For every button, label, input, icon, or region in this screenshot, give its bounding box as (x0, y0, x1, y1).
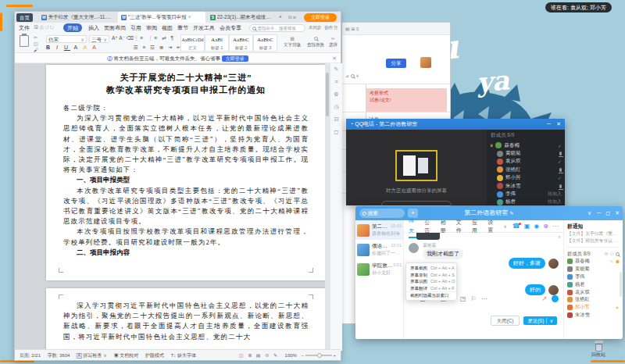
menu-item-hide-window[interactable]: 截图时隐藏当前窗口 (406, 291, 456, 298)
avatar[interactable] (548, 259, 559, 269)
member-row[interactable]: 袁从双 (567, 288, 620, 296)
outgoing-message-bubble[interactable]: 好好，多谢 (509, 258, 545, 269)
document-page-2[interactable]: 深入学习贯彻习近平新时代中国特色社会主义思想，以党的二十大精神为指引，聚焦党的二… (46, 288, 326, 351)
shared-screen-thumbnail[interactable] (395, 150, 438, 181)
new-tab-button[interactable]: + (276, 12, 285, 23)
recycle-bin-icon[interactable]: 回收站 (589, 341, 608, 358)
group-notice-file[interactable]: 【文件】关于印发《重大文理学… (567, 230, 620, 237)
tab-album[interactable]: 相册 (440, 219, 450, 234)
member-row[interactable]: 郑小芳★ (567, 304, 620, 312)
minimize-icon[interactable]: ─ (597, 206, 601, 220)
font-size-select[interactable]: 三号∨ (89, 35, 109, 43)
tab-settings[interactable]: 设置 (488, 219, 498, 234)
video-call-icon[interactable]: ▣ (524, 223, 530, 230)
edit-title-icon[interactable]: ✎ (510, 211, 514, 216)
search-member-icon[interactable] (616, 252, 620, 256)
maximize-icon[interactable]: ◻ (605, 206, 610, 220)
call-member-row[interactable]: 李伟待加入 (487, 190, 565, 198)
wps-doc-tab-1[interactable]: W 关于印发《重大文理...-11.11(3) (38, 12, 116, 23)
qq-call-window[interactable]: ◔ QQ电话 - 第二外语教研室 ─ ✕ 对方正在观看你分享的屏幕 群成员 6/… (346, 119, 565, 205)
call-member-row[interactable]: 袁从双✓ (487, 158, 565, 166)
status-spellcheck[interactable]: 🄰 拼写检查 ∨ (77, 353, 107, 358)
menu-item-screen-ocr[interactable]: 屏幕识图Ctrl + Alt + O (406, 278, 456, 285)
screen-share-icon[interactable]: ◉ (534, 223, 539, 230)
style-heading2[interactable]: AaBbC标题 2 (229, 34, 253, 52)
more-apps-icon[interactable]: ⊕ (543, 223, 548, 230)
view-mode-icons[interactable]: ◫ ≣ ▤ ⊜ ✎ (239, 353, 279, 358)
add-member-icon[interactable]: ⚇ (610, 250, 614, 258)
qq-chat-window[interactable]: 搜索 + 第二外语教研室 ✎ ∨ ─ ◻ ✕ 第二外语教研室15:03 聂春梅收… (355, 206, 623, 339)
paste-button[interactable] (20, 35, 29, 47)
menu-insert[interactable]: 插入 (88, 23, 99, 33)
paragraph-align-buttons[interactable]: ☰ ≡ ☲ ≣ ⇥ ⇤ (134, 45, 183, 51)
collaborate-button[interactable]: 协作 (324, 23, 333, 33)
window-layout-icons[interactable]: ⧉ ⊞ (285, 12, 299, 23)
call-member-row[interactable]: 朱冰雪 (487, 182, 565, 190)
win2-share-button[interactable]: 分享 (386, 59, 406, 68)
photo-icon[interactable]: ◳ (460, 295, 466, 302)
menu-item-screen-record[interactable]: 屏幕录制Ctrl + Alt + S (406, 272, 456, 279)
zoom-slider[interactable] (305, 355, 332, 356)
member-row[interactable]: 黄晓菊 (567, 266, 620, 273)
message-input[interactable] (404, 303, 563, 314)
status-word-count[interactable]: 字数: 3604 (48, 353, 70, 358)
member-row[interactable]: 李伟 (567, 273, 620, 281)
win2-collaborator-avatar[interactable] (420, 57, 431, 68)
panel-scrollbar[interactable] (620, 272, 622, 297)
conversation-item[interactable]: 俄语教学群15:01 你撤回了一条消息 (355, 240, 403, 259)
menu-section[interactable]: 章节 (177, 23, 188, 33)
minimize-icon[interactable]: ─ (547, 119, 551, 130)
cut-copy-painter-icons[interactable]: ✂◫🖌 (34, 34, 38, 53)
status-missing-font[interactable]: T↓ 缺失字体 (171, 353, 196, 358)
image-message-partial[interactable] (416, 233, 440, 240)
menu-page-layout[interactable]: 页面布局 (104, 23, 126, 33)
voice-input-icon[interactable] (552, 295, 559, 302)
voice-call-icon[interactable]: ☎ (512, 223, 520, 230)
close-tab-icon[interactable]: × (188, 12, 191, 23)
document-canvas[interactable]: 关于开展党的二十大精神“三进” 教学改革研究专项项目申报工作的通知 各二级学院：… (15, 63, 342, 351)
call-member-row[interactable]: 杨君待加入 (487, 198, 565, 205)
close-notice-icon[interactable]: ✕ (332, 53, 337, 63)
command-search-input[interactable]: 查找命令、搜索模板 (249, 24, 305, 32)
list-buttons[interactable]: ⋮≡ ⋮≡ ⇄ ¶ (134, 35, 175, 41)
wps-doc-tab-3[interactable]: S 22-23(1)...期末考成绩统计 (207, 12, 276, 23)
menu-file[interactable]: 文件 (19, 23, 30, 33)
menu-member[interactable]: 会员专享 (220, 23, 241, 33)
mute-all-icon[interactable]: ⊜ (605, 250, 609, 258)
group-notice-file[interactable]: 【文件】师范类专业认证基本知… (567, 237, 620, 244)
tab-files[interactable]: 文件 (456, 219, 466, 234)
style-heading3[interactable]: AaBbC标题 3 (253, 34, 277, 52)
chevron-down-icon[interactable]: ∨ (588, 206, 591, 220)
font-name-select[interactable]: 仿宋∨ (46, 35, 87, 43)
send-options-chevron[interactable]: ∨ (546, 318, 553, 323)
notice-login-button[interactable]: 立即登录 (222, 55, 248, 62)
menu-review[interactable]: 审阅 (146, 23, 157, 33)
scrollbar-thumb[interactable] (326, 73, 329, 116)
font-grow-shrink-buttons[interactable]: A⁺ A⁻ ⌫ (112, 35, 134, 41)
win2-zoom-controls[interactable]: ⊿ ∨ (345, 73, 359, 78)
group-notice-header[interactable]: 群通知 (567, 223, 620, 230)
close-icon[interactable]: ✕ (556, 119, 561, 130)
expand-icon[interactable]: ↗ (541, 295, 547, 302)
win2-highlighted-cell[interactable]: 考察形式 试卷/论文/ (366, 88, 447, 112)
menu-item-screen-translate[interactable]: 屏幕翻译Ctrl + Alt + F (406, 285, 456, 292)
tool-typeset[interactable]: ▤文字排版 (284, 35, 301, 48)
font-style-buttons[interactable]: B I U A A A (46, 45, 98, 50)
style-normal[interactable]: AaBbCcDd正文 (180, 34, 205, 52)
member-row[interactable]: 聂春梅✎⚉ (567, 258, 620, 266)
member-row[interactable]: 杨君 (567, 280, 620, 288)
call-member-row[interactable]: 黄晓菊 (487, 149, 565, 157)
styles-gallery[interactable]: AaBbCcDd正文 AaBl标题 1 AaBbC标题 2 AaBbC标题 3 (180, 34, 279, 52)
wps-writer-window[interactable]: 首页 W 关于印发《重大文理...-11.11(3) W “三进”教学...专项… (14, 11, 341, 361)
chevron-down-icon[interactable]: ∨ (503, 223, 506, 229)
close-chat-button[interactable]: 关闭(C) (491, 316, 520, 326)
status-proofread[interactable]: ▣ 文档校对 (114, 353, 139, 358)
collapse-chevron-icon[interactable]: ∨ (558, 234, 561, 239)
wps-doc-tab-2-active[interactable]: W “三进”教学...专项项目申报 × (118, 12, 205, 23)
tool-select[interactable]: ▻选择 (329, 35, 338, 48)
status-view-zoom-controls[interactable]: ◫ ≣ ▤ ⊜ ✎ 100% − + (239, 350, 336, 361)
send-button[interactable]: 发送(S)∨ (523, 316, 557, 325)
zoom-slider-knob[interactable] (317, 353, 322, 358)
wps-login-button[interactable]: 立即登录 (304, 13, 337, 22)
call-shared-screen-area[interactable]: 对方正在观看你分享的屏幕 (346, 130, 487, 205)
